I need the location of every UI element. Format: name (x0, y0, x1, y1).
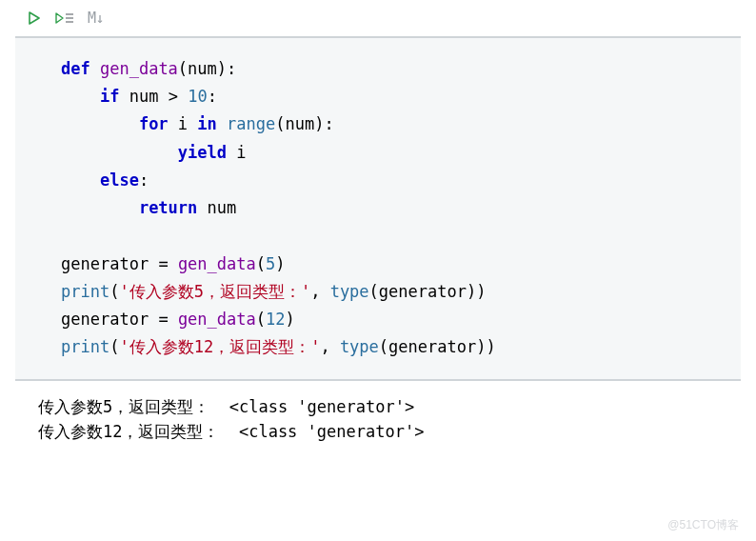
keyword-return: return (139, 198, 197, 217)
watermark: @51CTO博客 (667, 517, 739, 533)
cell-output: 传入参数5，返回类型： <class 'generator'> 传入参数12，返… (15, 381, 741, 445)
builtin-type: type (330, 282, 369, 301)
output-line: 传入参数5，返回类型： <class 'generator'> (38, 397, 414, 416)
param-num: num (188, 59, 217, 78)
cell-toolbar: M↓ (15, 6, 741, 32)
keyword-else: else (100, 170, 139, 190)
function-name: gen_data (100, 59, 178, 78)
literal-5: 5 (266, 254, 275, 273)
string-literal: '传入参数12，返回类型：' (119, 337, 320, 356)
string-literal: '传入参数5，返回类型：' (119, 282, 310, 301)
keyword-if: if (100, 87, 119, 106)
svg-marker-1 (56, 13, 63, 23)
markdown-toggle[interactable]: M↓ (88, 10, 104, 27)
code-editor[interactable]: def gen_data(num): if num > 10: for i in… (15, 36, 741, 381)
run-cell-icon[interactable] (23, 10, 46, 27)
keyword-for: for (139, 114, 169, 133)
svg-marker-0 (30, 12, 39, 24)
var-generator: generator (61, 254, 149, 273)
keyword-def: def (61, 59, 90, 78)
output-line: 传入参数12，返回类型： <class 'generator'> (38, 422, 424, 441)
run-and-select-icon[interactable] (53, 10, 76, 27)
keyword-yield: yield (178, 143, 227, 162)
notebook-cell: M↓ def gen_data(num): if num > 10: for i… (0, 0, 756, 451)
literal-12: 12 (266, 310, 285, 329)
literal-10: 10 (188, 87, 207, 106)
keyword-in: in (197, 114, 216, 133)
builtin-print: print (61, 282, 109, 301)
builtin-range: range (227, 114, 275, 133)
